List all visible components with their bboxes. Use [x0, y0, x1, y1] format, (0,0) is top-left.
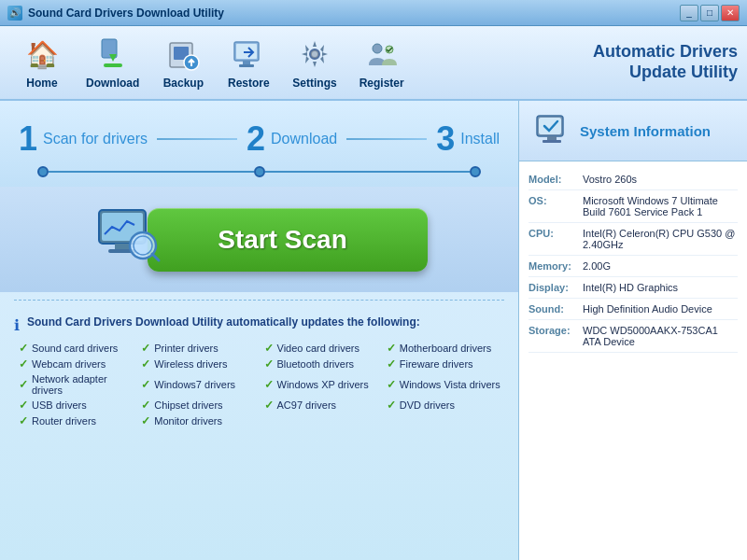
sysinfo-row: Model:Vostro 260s	[529, 169, 738, 190]
download-icon	[94, 35, 132, 73]
sysinfo-value: 2.00G	[583, 260, 738, 272]
svg-rect-19	[115, 244, 130, 249]
driver-item: ✓Windows7 drivers	[141, 373, 259, 396]
check-icon: ✓	[19, 357, 28, 371]
step-line-2	[346, 138, 427, 140]
info-header-text: Sound Card Drivers Download Utility auto…	[27, 315, 420, 329]
toolbar: 🏠 Home Download Backup	[0, 26, 747, 101]
check-icon: ✓	[264, 399, 274, 412]
driver-item: ✓Monitor drivers	[141, 414, 259, 427]
title-bar-left: 🔊 Sound Card Drivers Download Utility	[7, 6, 224, 21]
divider	[14, 300, 504, 301]
sysinfo-row: Memory:2.00G	[529, 256, 738, 277]
dot-2	[254, 166, 265, 177]
sysinfo-icon	[533, 112, 571, 149]
toolbar-download[interactable]: Download	[75, 30, 150, 95]
sysinfo-value: Intel(R) Celeron(R) CPU G530 @ 2.40GHz	[583, 228, 738, 250]
sysinfo-table: Model:Vostro 260sOS:Microsoft Windows 7 …	[519, 161, 747, 560]
download-label: Download	[86, 77, 139, 90]
driver-item: ✓Network adapter drivers	[19, 373, 136, 396]
info-header: ℹ Sound Card Drivers Download Utility au…	[14, 315, 504, 334]
toolbar-settings[interactable]: Settings	[281, 30, 347, 95]
sysinfo-label: Sound:	[529, 303, 575, 315]
info-icon: ℹ	[14, 316, 20, 334]
register-label: Register	[359, 77, 404, 90]
svg-rect-9	[243, 61, 250, 64]
main-area: 1 Scan for drivers 2 Download 3 Install	[0, 101, 747, 560]
check-icon: ✓	[141, 378, 150, 391]
driver-name: Monitor drivers	[154, 415, 222, 427]
driver-name: Windows XP drivers	[277, 379, 369, 390]
svg-rect-26	[547, 136, 557, 140]
sysinfo-label: CPU:	[529, 228, 575, 250]
sysinfo-value: Vostro 260s	[583, 174, 738, 185]
svg-rect-27	[543, 140, 561, 143]
driver-item: ✓Chipset drivers	[141, 399, 259, 412]
driver-item: ✓Motherboard drivers	[387, 342, 504, 355]
brand-line2: Update Utility	[593, 63, 738, 83]
driver-name: Video card drivers	[277, 343, 359, 354]
driver-item: ✓Webcam drivers	[19, 357, 136, 371]
toolbar-home[interactable]: 🏠 Home	[9, 30, 75, 95]
driver-name: AC97 drivers	[277, 399, 337, 411]
driver-name: Printer drivers	[154, 343, 218, 354]
driver-name: Sound card drivers	[32, 343, 118, 354]
toolbar-register[interactable]: Register	[348, 30, 416, 95]
steps-row: 1 Scan for drivers 2 Download 3 Install	[19, 119, 500, 159]
settings-label: Settings	[292, 77, 336, 90]
svg-line-23	[152, 254, 159, 260]
step-1-text: Scan for drivers	[43, 131, 148, 147]
driver-item: ✓Fireware drivers	[387, 357, 504, 371]
sysinfo-row: Storage:WDC WD5000AAKX-753CA1 ATA Device	[529, 320, 738, 353]
driver-item: ✓DVD drivers	[387, 399, 504, 412]
check-icon: ✓	[19, 399, 28, 412]
dot-1	[37, 166, 49, 177]
step-2-text: Download	[271, 131, 337, 147]
home-label: Home	[26, 77, 57, 90]
check-icon: ✓	[387, 378, 396, 391]
settings-icon	[296, 35, 333, 73]
driver-item: ✓Printer drivers	[141, 342, 259, 355]
check-icon: ✓	[387, 342, 396, 355]
driver-name: Router drivers	[32, 415, 96, 427]
brand-line1: Automatic Drivers	[593, 42, 738, 63]
register-icon	[363, 35, 401, 73]
driver-name: Windows7 drivers	[154, 379, 235, 390]
check-icon: ✓	[264, 357, 274, 371]
app-icon: 🔊	[7, 6, 22, 21]
sysinfo-row: Sound:High Definition Audio Device	[529, 299, 738, 320]
driver-item: ✓Video card drivers	[264, 342, 382, 355]
maximize-button[interactable]: □	[700, 5, 719, 21]
driver-item: ✓USB drivers	[19, 399, 136, 412]
title-bar: 🔊 Sound Card Drivers Download Utility _ …	[0, 0, 747, 26]
left-content: 1 Scan for drivers 2 Download 3 Install	[0, 101, 518, 560]
sysinfo-label: OS:	[529, 195, 575, 217]
driver-name: Motherboard drivers	[400, 343, 491, 354]
window-controls[interactable]: _ □ ✕	[680, 5, 740, 21]
minimize-button[interactable]: _	[680, 5, 698, 21]
driver-name: Wireless drivers	[154, 358, 227, 370]
close-button[interactable]: ✕	[721, 5, 740, 21]
backup-label: Backup	[163, 77, 204, 90]
steps-area: 1 Scan for drivers 2 Download 3 Install	[0, 101, 518, 187]
toolbar-restore[interactable]: Restore	[216, 30, 281, 95]
sysinfo-value: Microsoft Windows 7 Ultimate Build 7601 …	[583, 195, 738, 217]
sysinfo-row: OS:Microsoft Windows 7 Ultimate Build 76…	[529, 190, 738, 223]
sysinfo-label: Memory:	[529, 260, 575, 272]
scan-icon-wrapper	[92, 201, 166, 278]
driver-name: Network adapter drivers	[32, 373, 136, 396]
info-section: ℹ Sound Card Drivers Download Utility au…	[0, 308, 518, 560]
toolbar-backup[interactable]: Backup	[150, 30, 216, 95]
steps-dots	[19, 166, 500, 177]
home-icon: 🏠	[23, 35, 61, 73]
start-scan-button[interactable]: Start Scan	[148, 208, 428, 272]
svg-point-14	[373, 44, 382, 53]
sysinfo-label: Model:	[529, 174, 575, 185]
backup-icon	[164, 35, 202, 73]
step-3-text: Install	[460, 131, 500, 147]
check-icon: ✓	[264, 342, 274, 355]
driver-item: ✓Windows XP drivers	[264, 373, 382, 396]
check-icon: ✓	[141, 414, 150, 427]
svg-point-13	[312, 51, 317, 57]
check-icon: ✓	[141, 342, 150, 355]
